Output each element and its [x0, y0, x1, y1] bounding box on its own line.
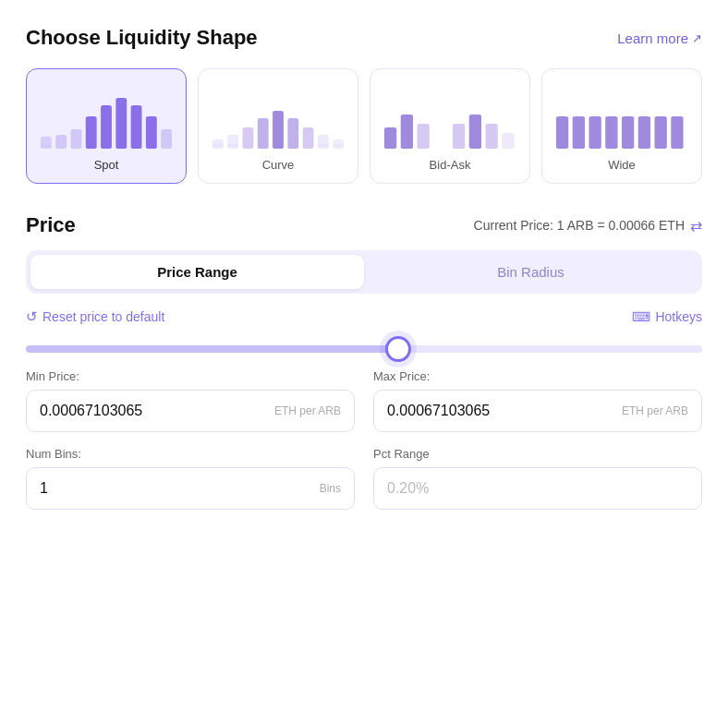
slider-track[interactable] [26, 345, 702, 353]
svg-rect-7 [146, 116, 157, 149]
max-price-group: Max Price: 0.00067103065 ETH per ARB [373, 369, 702, 432]
slider-thumb[interactable] [385, 336, 411, 362]
bid-ask-chart [382, 84, 518, 149]
svg-rect-29 [485, 124, 497, 149]
swap-icon[interactable]: ⇄ [690, 217, 702, 235]
keyboard-icon: ⌨ [632, 309, 650, 324]
hotkeys-label: Hotkeys [655, 309, 702, 324]
svg-rect-30 [502, 133, 514, 149]
pct-range-display: 0.20% [373, 467, 702, 510]
price-section: Price Current Price: 1 ARB = 0.00066 ETH… [26, 213, 702, 510]
shape-card-curve[interactable]: Curve [198, 68, 358, 184]
svg-rect-34 [605, 116, 617, 149]
svg-rect-5 [115, 98, 127, 149]
svg-rect-38 [671, 116, 683, 149]
tab-price-range[interactable]: Price Range [30, 255, 364, 289]
external-link-icon: ↗ [692, 31, 702, 45]
svg-rect-3 [86, 116, 97, 149]
svg-rect-24 [384, 127, 396, 149]
min-price-label: Min Price: [26, 369, 355, 383]
pct-range-value: 0.20% [387, 480, 429, 497]
num-bins-group: Num Bins: 1 Bins [26, 447, 355, 510]
learn-more-label: Learn more [617, 30, 688, 46]
bid-ask-label: Bid-Ask [430, 158, 471, 172]
current-price-label: Current Price: 1 ARB = 0.00066 ETH [474, 218, 685, 233]
svg-rect-26 [417, 124, 429, 149]
svg-rect-15 [273, 111, 284, 149]
num-bins-label: Num Bins: [26, 447, 355, 461]
min-price-group: Min Price: 0.00067103065 ETH per ARB [26, 369, 355, 432]
svg-rect-9 [41, 144, 52, 148]
price-controls-row: ↺ Reset price to default ⌨ Hotkeys [26, 308, 702, 325]
svg-rect-13 [243, 127, 254, 149]
svg-rect-4 [101, 105, 112, 149]
price-slider-container [26, 345, 702, 353]
reset-icon: ↺ [26, 308, 38, 325]
tab-bin-radius[interactable]: Bin Radius [364, 255, 698, 289]
shape-card-spot[interactable]: Spot [26, 68, 187, 184]
reset-price-button[interactable]: ↺ Reset price to default [26, 308, 164, 325]
num-bins-value: 1 [40, 480, 48, 497]
price-inputs-grid: Min Price: 0.00067103065 ETH per ARB Max… [26, 369, 702, 510]
pct-range-group: Pct Range 0.20% [373, 447, 702, 510]
price-title: Price [26, 213, 76, 237]
max-price-value: 0.00067103065 [387, 403, 490, 419]
svg-rect-33 [588, 116, 601, 149]
page-header: Choose Liquidity Shape Learn more ↗ [26, 26, 702, 50]
min-price-value: 0.00067103065 [40, 403, 142, 419]
svg-rect-17 [303, 127, 314, 149]
curve-label: Curve [262, 158, 295, 172]
curve-chart [210, 84, 346, 149]
max-price-unit: ETH per ARB [622, 404, 688, 417]
bins-unit: Bins [320, 482, 341, 495]
svg-rect-32 [573, 116, 585, 149]
svg-rect-37 [655, 116, 667, 149]
learn-more-link[interactable]: Learn more ↗ [617, 30, 702, 46]
shape-card-wide[interactable]: Wide [541, 68, 702, 184]
svg-rect-25 [401, 114, 413, 149]
svg-rect-8 [161, 129, 172, 149]
svg-rect-27 [453, 124, 465, 149]
liquidity-shape-selector: Spot Curve [26, 68, 702, 184]
svg-rect-14 [258, 118, 269, 149]
min-price-unit: ETH per ARB [274, 404, 341, 417]
spot-chart [38, 84, 175, 149]
reset-label: Reset price to default [42, 309, 164, 324]
max-price-input-box[interactable]: 0.00067103065 ETH per ARB [373, 390, 702, 432]
pct-range-label: Pct Range [373, 447, 702, 461]
svg-rect-36 [638, 116, 650, 149]
max-price-label: Max Price: [373, 369, 702, 383]
page-title: Choose Liquidity Shape [26, 26, 258, 50]
svg-rect-10 [55, 144, 67, 148]
svg-rect-35 [622, 116, 634, 149]
current-price-display: Current Price: 1 ARB = 0.00066 ETH ⇄ [474, 217, 702, 235]
svg-rect-28 [469, 114, 481, 149]
svg-rect-23 [333, 144, 344, 147]
spot-label: Spot [94, 158, 119, 172]
svg-rect-21 [227, 144, 238, 147]
shape-card-bid-ask[interactable]: Bid-Ask [370, 68, 530, 184]
svg-rect-31 [556, 116, 568, 149]
hotkeys-button[interactable]: ⌨ Hotkeys [632, 309, 702, 324]
num-bins-input-box[interactable]: 1 Bins [26, 467, 355, 510]
wide-label: Wide [608, 158, 636, 172]
wide-chart [553, 84, 690, 149]
price-mode-toggle: Price Range Bin Radius [26, 250, 702, 294]
min-price-input-box[interactable]: 0.00067103065 ETH per ARB [26, 390, 355, 432]
svg-rect-20 [212, 144, 224, 147]
svg-rect-22 [318, 144, 329, 147]
svg-rect-16 [287, 118, 298, 149]
svg-rect-2 [71, 129, 82, 149]
svg-rect-6 [131, 105, 142, 149]
price-header: Price Current Price: 1 ARB = 0.00066 ETH… [26, 213, 702, 237]
